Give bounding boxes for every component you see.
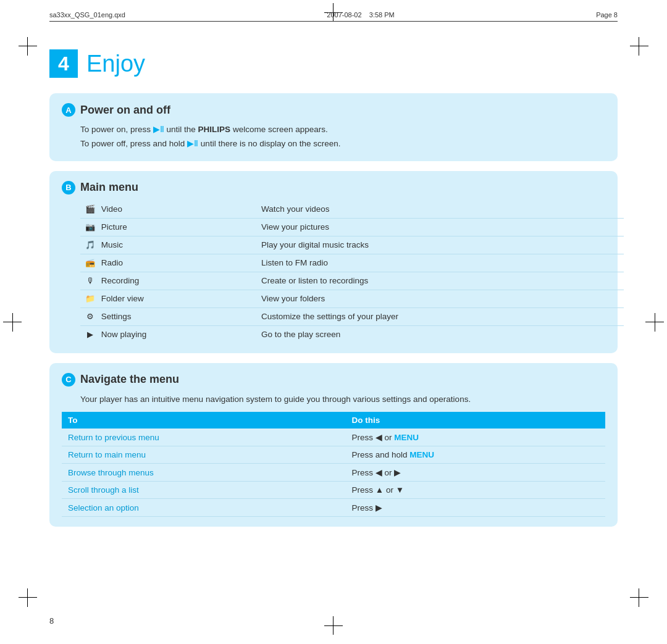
nav-instruction-2: Press and hold MENU [346,446,605,464]
section-c-title: C Navigate the menu [62,373,605,387]
side-mark-right [642,313,667,332]
menu-cell-name-7: ⚙ Settings [80,307,258,325]
nav-table-header: To Do this [62,412,605,429]
menu-name-4: Radio [101,257,123,267]
menu-desc-1: Watch your videos [258,201,624,219]
menu-keyword-1: MENU [394,433,419,442]
power-on-text: To power on, press ▶Ⅱ until the PHILIPS … [80,123,605,137]
page-header: sa33xx_QSG_01eng.qxd 2007-08-02 3:58 PM … [49,11,618,22]
menu-icon-4: 📻 [84,257,96,269]
menu-name-2: Picture [101,222,127,231]
menu-name-8: Now playing [101,329,147,338]
nav-row-2: Return to main menu Press and hold MENU [62,446,605,464]
header-datetime: 2007-08-02 3:58 PM [327,11,394,19]
nav-row-5: Selection an option Press ▶ [62,499,605,517]
menu-cell-name-3: 🎵 Music [80,236,258,254]
menu-row-1: 🎬 Video Watch your videos [80,201,624,219]
nav-action-3: Browse through menus [62,464,346,482]
nav-instruction-1: Press ◀ or MENU [346,429,605,446]
menu-name-5: Recording [101,275,140,285]
nav-action-1: Return to previous menu [62,429,346,446]
nav-instruction-5: Press ▶ [346,499,605,517]
header-filename: sa33xx_QSG_01eng.qxd [49,11,125,19]
nav-row-1: Return to previous menu Press ◀ or MENU [62,429,605,446]
menu-icon-7: ⚙ [84,311,96,322]
menu-row-4: 📻 Radio Listen to FM radio [80,254,624,272]
menu-cell-name-6: 📁 Folder view [80,290,258,307]
menu-row-7: ⚙ Settings Customize the settings of you… [80,307,624,325]
corner-mark-bl [19,588,37,607]
power-off-text: To power off, press and hold ▶Ⅱ until th… [80,137,605,151]
menu-desc-2: View your pictures [258,218,624,236]
menu-cell-name-8: ▶ Now playing [80,325,258,343]
nav-action-2: Return to main menu [62,446,346,464]
play-pause-icon-2: ▶Ⅱ [187,139,198,148]
menu-icon-6: 📁 [84,293,96,304]
menu-icon-8: ▶ [84,329,96,340]
corner-mark-tr [630,37,648,56]
nav-col2-header: Do this [346,412,605,429]
menu-icon-3: 🎵 [84,240,96,251]
section-c: C Navigate the menu Your player has an i… [49,363,618,527]
chapter-title: Enjoy [86,51,145,77]
menu-desc-8: Go to the play screen [258,325,624,343]
menu-name-6: Folder view [101,293,144,303]
main-menu-table: 🎬 Video Watch your videos 📷 Picture View… [80,201,624,343]
nav-action-4: Scroll through a list [62,482,346,499]
menu-name-3: Music [101,240,123,249]
nav-action-5: Selection an option [62,499,346,517]
menu-cell-name-1: 🎬 Video [80,201,258,219]
section-c-label: C [62,373,75,387]
page-content: 4 Enjoy A Power on and off To power on, … [49,49,618,607]
nav-col1-header: To [62,412,346,429]
menu-row-8: ▶ Now playing Go to the play screen [80,325,624,343]
menu-keyword-2: MENU [409,450,434,459]
menu-cell-name-4: 📻 Radio [80,254,258,272]
nav-instruction-4: Press ▲ or ▼ [346,482,605,499]
page-title-section: 4 Enjoy [49,49,618,78]
nav-row-4: Scroll through a list Press ▲ or ▼ [62,482,605,499]
menu-row-5: 🎙 Recording Create or listen to recordin… [80,272,624,290]
menu-row-2: 📷 Picture View your pictures [80,218,624,236]
menu-icon-5: 🎙 [84,275,96,286]
menu-cell-name-2: 📷 Picture [80,218,258,236]
menu-name-7: Settings [101,311,132,320]
page-number: 8 [49,616,54,625]
navigate-description: Your player has an intuitive menu naviga… [80,393,605,406]
center-mark-bottom [324,613,343,638]
nav-instruction-3: Press ◀ or ▶ [346,464,605,482]
brand-name: PHILIPS [198,125,231,134]
menu-row-6: 📁 Folder view View your folders [80,290,624,307]
menu-desc-6: View your folders [258,290,624,307]
corner-mark-br [630,588,648,607]
menu-cell-name-5: 🎙 Recording [80,272,258,290]
menu-name-1: Video [101,204,122,213]
section-a: A Power on and off To power on, press ▶Ⅱ… [49,93,618,161]
section-b-title: B Main menu [62,181,605,194]
side-mark-left [0,313,25,332]
menu-row-3: 🎵 Music Play your digital music tracks [80,236,624,254]
menu-desc-3: Play your digital music tracks [258,236,624,254]
menu-icon-2: 📷 [84,222,96,233]
section-c-title-text: Navigate the menu [80,373,179,386]
section-a-title: A Power on and off [62,103,605,117]
play-pause-icon-1: ▶Ⅱ [153,125,164,134]
menu-desc-5: Create or listen to recordings [258,272,624,290]
section-a-title-text: Power on and off [80,104,170,117]
navigation-table: To Do this Return to previous menu Press… [62,412,605,517]
section-b: B Main menu 🎬 Video Watch your videos 📷 … [49,171,618,353]
corner-mark-tl [19,37,37,56]
nav-row-3: Browse through menus Press ◀ or ▶ [62,464,605,482]
chapter-number: 4 [49,49,78,78]
section-b-label: B [62,181,75,194]
menu-desc-4: Listen to FM radio [258,254,624,272]
header-page: Page 8 [596,11,618,19]
menu-desc-7: Customize the settings of your player [258,307,624,325]
section-a-label: A [62,103,75,117]
menu-icon-1: 🎬 [84,204,96,215]
section-b-title-text: Main menu [80,181,138,194]
